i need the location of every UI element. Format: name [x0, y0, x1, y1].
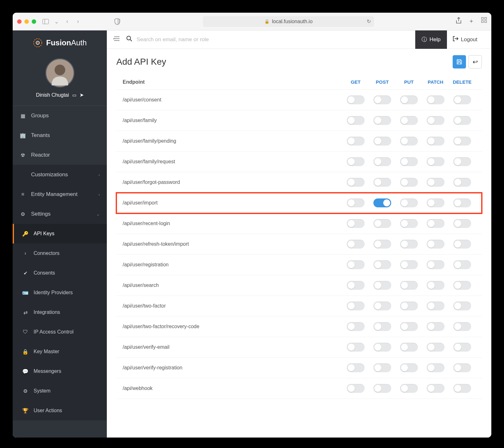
location-icon[interactable]: ➤ — [80, 92, 84, 98]
toggle-post[interactable] — [373, 384, 391, 393]
toggle-post[interactable] — [373, 116, 391, 125]
minimize-window[interactable] — [24, 19, 29, 24]
toggle-put[interactable] — [400, 198, 418, 207]
toggle-post[interactable] — [373, 95, 391, 104]
toggle-delete[interactable] — [453, 95, 471, 104]
chevron-down-icon[interactable]: ⌄ — [53, 18, 60, 25]
toggle-get[interactable] — [347, 384, 365, 393]
back-icon[interactable]: ‹ — [63, 18, 71, 25]
collapse-sidebar-icon[interactable] — [113, 36, 120, 43]
sidebar-group-entity-management[interactable]: ≡Entity Management‹ — [13, 185, 107, 204]
toggle-patch[interactable] — [427, 363, 444, 372]
sidebar-item-user-actions[interactable]: 🏆User Actions — [13, 401, 107, 420]
toggle-put[interactable] — [400, 363, 418, 372]
toggle-get[interactable] — [347, 240, 365, 249]
toggle-get[interactable] — [347, 116, 365, 125]
save-button[interactable] — [453, 55, 466, 68]
toggle-get[interactable] — [347, 178, 365, 187]
url-bar[interactable]: 🔒 local.fusionauth.io ↻ — [203, 16, 374, 27]
toggle-put[interactable] — [400, 157, 418, 166]
toggle-post[interactable] — [373, 219, 391, 228]
toggle-get[interactable] — [347, 302, 365, 310]
sidebar-item-identity-providers[interactable]: 🪪Identity Providers — [13, 283, 107, 302]
help-button[interactable]: ⓘ Help — [415, 30, 447, 49]
toggle-delete[interactable] — [453, 240, 471, 249]
toggle-put[interactable] — [400, 219, 418, 228]
sidebar-item-messengers[interactable]: 💬Messengers — [13, 361, 107, 381]
toggle-patch[interactable] — [427, 343, 444, 352]
toggle-put[interactable] — [400, 260, 418, 269]
toggle-patch[interactable] — [427, 322, 444, 331]
toggle-patch[interactable] — [427, 384, 444, 393]
sidebar-item-api-keys[interactable]: 🔑API Keys — [13, 224, 107, 243]
toggle-delete[interactable] — [453, 384, 471, 393]
toggle-delete[interactable] — [453, 137, 471, 146]
sidebar-item-key-master[interactable]: 🔒Key Master — [13, 342, 107, 361]
toggle-put[interactable] — [400, 95, 418, 104]
toggle-delete[interactable] — [453, 219, 471, 228]
toggle-get[interactable] — [347, 281, 365, 290]
toggle-put[interactable] — [400, 322, 418, 331]
sidebar-item-tenants[interactable]: 🏢Tenants — [13, 126, 107, 145]
toggle-patch[interactable] — [427, 260, 444, 269]
toggle-post[interactable] — [373, 260, 391, 269]
toggle-patch[interactable] — [427, 302, 444, 310]
toggle-patch[interactable] — [427, 178, 444, 187]
toggle-put[interactable] — [400, 302, 418, 310]
toggle-post[interactable] — [373, 157, 391, 166]
close-window[interactable] — [17, 19, 22, 24]
sidebar-item-integrations[interactable]: ⇄Integrations — [13, 302, 107, 322]
toggle-patch[interactable] — [427, 157, 444, 166]
toggle-delete[interactable] — [453, 302, 471, 310]
toggle-patch[interactable] — [427, 137, 444, 146]
toggle-post[interactable] — [373, 240, 391, 249]
vcard-icon[interactable]: ▭ — [72, 93, 76, 98]
toggle-patch[interactable] — [427, 116, 444, 125]
toggle-get[interactable] — [347, 343, 365, 352]
toggle-post[interactable] — [373, 302, 391, 310]
toggle-put[interactable] — [400, 384, 418, 393]
sidebar-group-customizations[interactable]: Customizations‹ — [13, 165, 107, 185]
toggle-patch[interactable] — [427, 219, 444, 228]
toggle-delete[interactable] — [453, 343, 471, 352]
toggle-post[interactable] — [373, 178, 391, 187]
toggle-patch[interactable] — [427, 240, 444, 249]
toggle-get[interactable] — [347, 322, 365, 331]
toggle-post[interactable] — [373, 137, 391, 146]
sidebar-item-groups[interactable]: ▦Groups — [13, 106, 107, 126]
sidebar-item-reactor[interactable]: ☢Reactor — [13, 145, 107, 165]
sidebar-item-connectors[interactable]: ›Connectors — [13, 243, 107, 263]
forward-icon[interactable]: › — [74, 18, 82, 25]
toggle-get[interactable] — [347, 219, 365, 228]
search-input[interactable] — [137, 36, 411, 43]
sidebar-item-ip-access-control[interactable]: 🛡IP Access Control — [13, 322, 107, 342]
toggle-post[interactable] — [373, 343, 391, 352]
privacy-shield-icon[interactable] — [113, 18, 121, 25]
toggle-get[interactable] — [347, 157, 365, 166]
sidebar-item-consents[interactable]: ✔Consents — [13, 263, 107, 283]
toggle-get[interactable] — [347, 260, 365, 269]
avatar[interactable] — [45, 58, 74, 88]
toggle-delete[interactable] — [453, 198, 471, 207]
toggle-delete[interactable] — [453, 363, 471, 372]
toggle-post[interactable] — [373, 363, 391, 372]
toggle-delete[interactable] — [453, 322, 471, 331]
toggle-patch[interactable] — [427, 95, 444, 104]
toggle-delete[interactable] — [453, 157, 471, 166]
logout-button[interactable]: Logout — [445, 36, 485, 43]
toggle-get[interactable] — [347, 198, 365, 207]
toggle-delete[interactable] — [453, 116, 471, 125]
new-tab-icon[interactable]: ＋ — [468, 17, 474, 26]
toggle-get[interactable] — [347, 95, 365, 104]
toggle-put[interactable] — [400, 137, 418, 146]
toggle-delete[interactable] — [453, 178, 471, 187]
reload-icon[interactable]: ↻ — [367, 18, 371, 24]
toggle-put[interactable] — [400, 281, 418, 290]
toggle-delete[interactable] — [453, 260, 471, 269]
sidebar-toggle-icon[interactable] — [42, 18, 49, 25]
maximize-window[interactable] — [32, 19, 36, 24]
toggle-post[interactable] — [373, 198, 391, 207]
toggle-put[interactable] — [400, 240, 418, 249]
toggle-delete[interactable] — [453, 281, 471, 290]
tabs-grid-icon[interactable] — [481, 17, 487, 26]
